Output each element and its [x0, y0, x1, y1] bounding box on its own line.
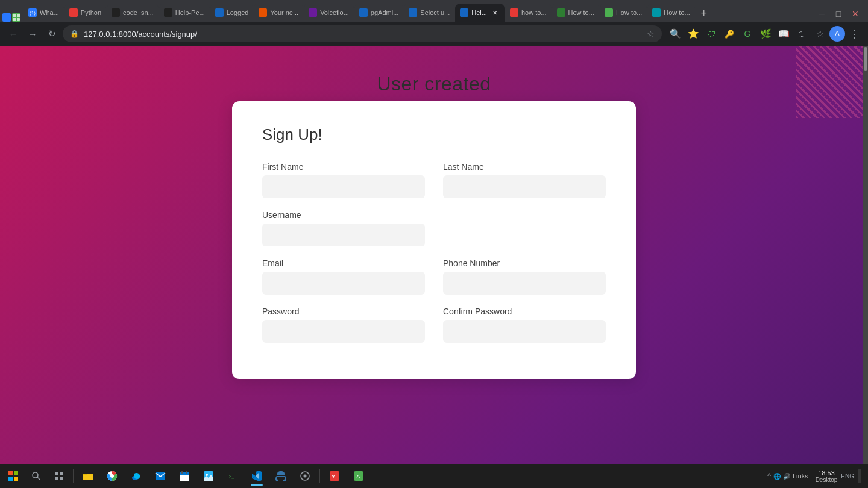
tab-4-title: Help-Pe...	[175, 9, 205, 16]
tab-11-title: how to...	[521, 9, 547, 16]
tab-7[interactable]: Voiceflo...	[304, 4, 354, 22]
tab-3[interactable]: code_sn...	[107, 4, 159, 22]
tab-2[interactable]: Python	[64, 4, 106, 22]
tab-7-favicon	[309, 8, 317, 17]
tab-8[interactable]: pgAdmi...	[354, 4, 403, 22]
extension-3[interactable]: G	[739, 25, 756, 42]
tab-6[interactable]: Your ne...	[254, 4, 303, 22]
svg-text:A: A	[356, 474, 360, 480]
taskbar-vscode[interactable]	[245, 465, 268, 487]
tab-12-favicon	[557, 8, 565, 17]
search-icon[interactable]: 🔍	[667, 25, 684, 42]
svg-point-4	[33, 472, 38, 478]
svg-rect-7	[60, 472, 63, 475]
tab-10-favicon	[460, 8, 468, 17]
reading-list-icon[interactable]: 📖	[775, 25, 792, 42]
page-title: User created	[377, 73, 491, 95]
email-input[interactable]	[262, 272, 425, 295]
username-input[interactable]	[262, 224, 425, 246]
show-desktop-button[interactable]	[858, 469, 861, 483]
extension-1[interactable]: 🛡	[703, 25, 720, 42]
tab-12[interactable]: How to...	[552, 4, 599, 22]
extra-app-1-icon: Y	[329, 471, 340, 481]
tab-5[interactable]: Logged	[210, 4, 254, 22]
grid-icon[interactable]	[12, 13, 20, 22]
tab-6-title: Your ne...	[270, 9, 298, 16]
browser-menu-button[interactable]: ⋮	[846, 25, 863, 42]
decorative-pattern	[796, 46, 868, 118]
profile-avatar[interactable]: A	[829, 26, 845, 42]
taskbar-calendar[interactable]	[173, 465, 196, 487]
tab-10-close[interactable]: ✕	[490, 8, 500, 17]
tab-1[interactable]: (1) Wha...	[24, 4, 64, 22]
task-view-button[interactable]	[48, 465, 70, 487]
taskbar-python[interactable]	[269, 465, 292, 487]
phone-input[interactable]	[443, 272, 606, 295]
reload-button[interactable]: ↻	[43, 25, 60, 42]
extension-4[interactable]: 🌿	[757, 25, 774, 42]
tab-13[interactable]: How to...	[600, 4, 647, 22]
confirm-password-input[interactable]	[443, 320, 606, 343]
taskbar-clock[interactable]: 18:53 Desktop	[816, 469, 838, 483]
tray-show-hidden[interactable]: ^	[767, 472, 771, 480]
taskbar-chrome[interactable]	[101, 465, 124, 487]
last-name-input[interactable]	[443, 175, 606, 198]
taskbar-mail[interactable]	[149, 465, 172, 487]
vscode-icon	[251, 471, 262, 481]
fav-icon[interactable]: ☆	[811, 25, 828, 42]
tab-14[interactable]: How to...	[647, 4, 694, 22]
close-button[interactable]: ✕	[848, 6, 863, 22]
svg-rect-0	[8, 471, 13, 475]
start-button[interactable]	[2, 465, 24, 487]
minimize-button[interactable]: ─	[814, 6, 829, 22]
taskbar-photos[interactable]	[197, 465, 220, 487]
password-label: Password	[262, 307, 425, 316]
taskbar-terminal[interactable]: >_	[221, 465, 244, 487]
taskbar-file-explorer[interactable]	[77, 465, 99, 487]
tray-sound-icon[interactable]: 🔊	[783, 473, 790, 480]
back-button[interactable]: ←	[5, 25, 22, 42]
address-bar-input[interactable]: 🔒 127.0.0.1:8000/accounts/signup/ ☆	[63, 25, 662, 42]
tab-4[interactable]: Help-Pe...	[159, 4, 210, 22]
tab-5-favicon	[215, 8, 224, 17]
collections-icon[interactable]: 🗂	[793, 25, 810, 42]
tab-11[interactable]: how to...	[505, 4, 552, 22]
taskbar-desktop-label: Desktop	[816, 477, 838, 483]
taskbar-app-extra-1[interactable]: Y	[323, 465, 346, 487]
taskbar-edge[interactable]	[125, 465, 148, 487]
last-name-group: Last Name	[443, 162, 606, 198]
search-taskbar-button[interactable]	[25, 465, 47, 487]
last-name-label: Last Name	[443, 162, 606, 172]
toolbar-icons: 🔍 ⭐ 🛡 🔑 G 🌿 📖 🗂 ☆ A ⋮	[667, 25, 863, 42]
maximize-button[interactable]: □	[831, 6, 846, 22]
new-tab-button[interactable]: +	[696, 5, 712, 22]
first-name-input[interactable]	[262, 175, 425, 198]
settings-icon	[300, 471, 310, 481]
svg-rect-18	[186, 471, 187, 474]
bookmark-star-icon[interactable]: ⭐	[685, 25, 702, 42]
tab-5-title: Logged	[227, 9, 249, 16]
svg-rect-1	[14, 471, 18, 475]
svg-point-13	[110, 474, 114, 478]
taskbar-settings[interactable]	[294, 465, 316, 487]
password-input[interactable]	[262, 320, 425, 343]
first-name-group: First Name	[262, 162, 425, 198]
confirm-password-label: Confirm Password	[443, 307, 606, 316]
bookmark-icon[interactable]: ☆	[647, 29, 655, 39]
terminal-icon: >_	[227, 471, 238, 481]
windows-icon[interactable]	[2, 13, 11, 22]
confirm-password-group: Confirm Password	[443, 307, 606, 343]
taskbar-sep-1	[73, 469, 74, 483]
extension-2[interactable]: 🔑	[721, 25, 738, 42]
forward-button[interactable]: →	[24, 25, 41, 42]
tab-9[interactable]: Select u...	[404, 4, 454, 22]
email-label: Email	[262, 258, 425, 268]
photos-icon	[203, 471, 214, 481]
phone-group: Phone Number	[443, 258, 606, 295]
signup-form-card: Sign Up! First Name Last Name Username	[232, 101, 636, 379]
tray-network-icon[interactable]: 🌐	[773, 473, 781, 480]
taskbar-app-extra-2[interactable]: A	[347, 465, 370, 487]
page-scrollbar[interactable]	[863, 46, 868, 488]
tab-14-favicon	[652, 8, 661, 17]
tab-10-active[interactable]: Hel... ✕	[455, 4, 505, 22]
